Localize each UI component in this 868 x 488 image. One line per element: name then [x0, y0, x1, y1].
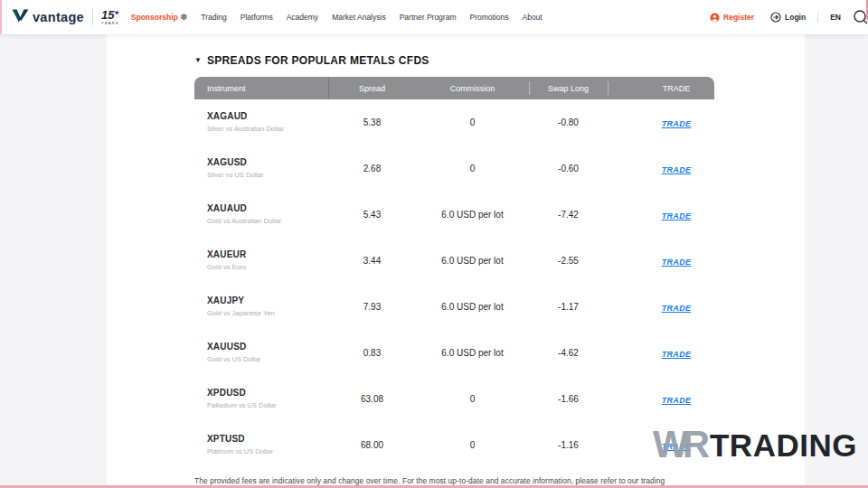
swap-long-value: -1.66 — [529, 394, 608, 404]
trade-link[interactable]: TRADE — [662, 350, 692, 359]
instrument-symbol: XAGUSD — [207, 157, 328, 167]
instrument-cell: XAGUSD Silver vs US Dollar — [194, 157, 328, 179]
section-header-toggle[interactable]: ▼ SPREADS FOR POPULAR METALS CFDS — [194, 54, 429, 67]
commission-value: 6.0 USD per lot — [416, 348, 529, 358]
commission-value: 0 — [416, 440, 529, 450]
trade-link[interactable]: TRADE — [662, 304, 692, 313]
trade-cell: TRADE — [623, 114, 730, 130]
vantage-logo-icon — [12, 9, 29, 26]
swap-long-value: -0.80 — [529, 117, 608, 127]
spread-value: 2.68 — [328, 164, 416, 174]
instrument-symbol: XAUJPY — [207, 296, 328, 305]
top-navigation-bar: vantage 15★ YEARS Sponsorship ❆ Trading … — [0, 0, 868, 34]
commission-value: 6.0 USD per lot — [416, 210, 529, 220]
spread-value: 63.08 — [328, 394, 416, 404]
search-icon[interactable] — [852, 8, 864, 26]
trade-link[interactable]: TRADE — [662, 165, 692, 174]
swap-long-value: -0.60 — [529, 164, 608, 174]
table-row: XAUUSD Gold vs US Dollar 0.83 6.0 USD pe… — [194, 331, 714, 374]
instrument-symbol: XAUEUR — [207, 249, 328, 259]
spreads-table: Instrument Spread Commission Swap Long T… — [194, 77, 714, 466]
spread-value: 68.00 — [328, 440, 416, 450]
top-actions: Register Login EN — [710, 8, 864, 26]
swap-long-value: -7.42 — [529, 210, 608, 220]
header-divider — [608, 81, 609, 95]
trade-link[interactable]: TRADE — [662, 258, 692, 267]
nav-item-platforms[interactable]: Platforms — [241, 13, 273, 22]
instrument-description: Silver vs US Dollar — [207, 171, 328, 179]
instrument-symbol: XAUAUD — [207, 203, 328, 213]
login-button[interactable]: Login — [770, 12, 806, 23]
table-row: XAGAUD Silver vs Australian Dollar 5.38 … — [194, 100, 714, 144]
fees-disclaimer: The provided fees are indicative only an… — [194, 476, 710, 485]
nav-item-market-analysis[interactable]: Market Analysis — [332, 13, 386, 22]
spread-value: 0.83 — [328, 348, 416, 358]
instrument-symbol: XAUUSD — [207, 342, 328, 352]
trade-link[interactable]: TRADE — [662, 211, 692, 221]
nav-item-trading[interactable]: Trading — [201, 13, 227, 22]
swap-long-value: -1.16 — [529, 440, 608, 450]
column-header-instrument: Instrument — [194, 84, 328, 93]
table-row: XAUJPY Gold vs Japanese Yen 7.93 6.0 USD… — [194, 285, 714, 328]
instrument-cell: XAUAUD Gold vs Australian Dollar — [194, 203, 328, 225]
anniversary-label: YEARS — [101, 22, 119, 25]
register-button[interactable]: Register — [710, 13, 754, 23]
actions-divider — [817, 13, 818, 23]
spread-value: 3.44 — [328, 256, 416, 266]
collapse-caret-icon: ▼ — [194, 57, 202, 64]
trade-cell: TRADE — [623, 160, 730, 176]
commission-value: 6.0 USD per lot — [416, 302, 529, 312]
anniversary-badge: 15★ YEARS — [101, 9, 119, 25]
main-nav: Sponsorship ❆ Trading Platforms Academy … — [131, 13, 542, 22]
trade-link[interactable]: TRADE — [662, 442, 692, 451]
logo-divider — [92, 9, 93, 25]
column-header-commission: Commission — [416, 84, 529, 93]
table-header-row: Instrument Spread Commission Swap Long T… — [194, 77, 714, 99]
section-title: SPREADS FOR POPULAR METALS CFDS — [207, 54, 429, 67]
nav-item-partner-program[interactable]: Partner Program — [400, 13, 457, 22]
instrument-cell: XPTUSD Platinum vs US Dollar — [194, 434, 328, 455]
instrument-symbol: XAGAUD — [207, 111, 328, 121]
trade-cell: TRADE — [623, 344, 730, 361]
column-header-swap-long: Swap Long — [529, 84, 608, 93]
table-row: XAUEUR Gold vs Euro 3.44 6.0 USD per lot… — [194, 239, 714, 282]
commission-value: 6.0 USD per lot — [416, 256, 529, 266]
swap-long-value: -1.17 — [529, 302, 608, 312]
sponsorship-knot-icon: ❆ — [181, 13, 188, 22]
instrument-symbol: XPDUSD — [207, 388, 328, 398]
instrument-cell: XAUUSD Gold vs US Dollar — [194, 342, 328, 363]
instrument-cell: XAUEUR Gold vs Euro — [194, 249, 328, 271]
nav-item-academy[interactable]: Academy — [287, 13, 318, 22]
nav-item-promotions[interactable]: Promotions — [470, 13, 509, 22]
table-row: XPTUSD Platinum vs US Dollar 68.00 0 -1.… — [194, 423, 714, 466]
table-row: XAUAUD Gold vs Australian Dollar 5.43 6.… — [194, 192, 714, 236]
instrument-symbol: XPTUSD — [207, 434, 328, 444]
commission-value: 0 — [416, 164, 529, 174]
table-row: XPDUSD Palladium vs US Dollar 63.08 0 -1… — [194, 377, 714, 420]
trade-cell: TRADE — [623, 252, 730, 268]
nav-item-about[interactable]: About — [523, 13, 542, 22]
column-header-spread: Spread — [328, 84, 416, 93]
instrument-cell: XPDUSD Palladium vs US Dollar — [194, 388, 328, 409]
instrument-description: Gold vs Australian Dollar — [207, 217, 328, 225]
spread-value: 7.93 — [328, 302, 416, 312]
commission-value: 0 — [416, 117, 529, 127]
trade-cell: TRADE — [623, 206, 730, 222]
swap-long-value: -2.55 — [529, 256, 608, 266]
brand-wordmark: vantage — [33, 10, 84, 24]
trade-link[interactable]: TRADE — [662, 396, 692, 405]
page: { "header": { "brand": "vantage", "badge… — [0, 0, 868, 488]
language-selector[interactable]: EN — [830, 13, 841, 22]
instrument-description: Palladium vs US Dollar — [207, 401, 328, 409]
swap-long-value: -4.62 — [529, 348, 608, 358]
instrument-cell: XAUJPY Gold vs Japanese Yen — [194, 296, 328, 317]
instrument-description: Silver vs Australian Dollar — [207, 125, 328, 133]
nav-item-sponsorship[interactable]: Sponsorship ❆ — [131, 13, 188, 22]
vantage-logo[interactable]: vantage — [12, 9, 84, 26]
trade-cell: TRADE — [623, 390, 730, 407]
instrument-description: Platinum vs US Dollar — [207, 447, 328, 455]
table-body: XAGAUD Silver vs Australian Dollar 5.38 … — [194, 100, 714, 466]
trade-link[interactable]: TRADE — [662, 119, 692, 128]
instrument-description: Gold vs Euro — [207, 263, 328, 271]
register-person-icon — [710, 13, 720, 23]
